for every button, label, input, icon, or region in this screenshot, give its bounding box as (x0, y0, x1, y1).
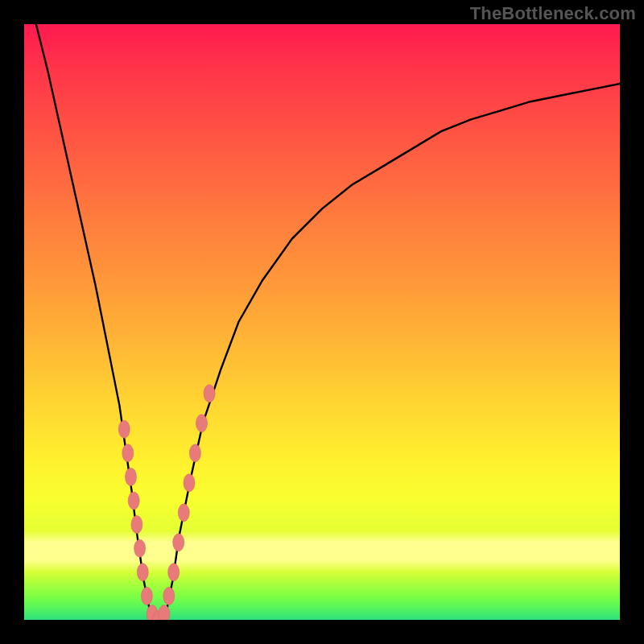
bead-marker (137, 564, 148, 581)
bead-marker (178, 504, 189, 522)
bead-marker (134, 539, 146, 557)
bead-marker (204, 385, 215, 402)
bead-marker (118, 420, 130, 438)
watermark-text: TheBottleneck.com (470, 3, 636, 24)
bottleneck-curve-line (36, 24, 620, 620)
outer-frame: TheBottleneck.com (0, 0, 644, 644)
bead-marker (141, 587, 152, 605)
bead-marker (128, 492, 139, 510)
bead-marker (126, 468, 137, 485)
bead-marker (122, 444, 134, 462)
bead-marker (173, 534, 184, 551)
bead-marker (159, 605, 170, 620)
bead-marker (189, 444, 200, 462)
bottleneck-chart (24, 24, 620, 620)
bead-marker (184, 474, 195, 492)
bead-marker (196, 415, 208, 432)
bead-marker-group (118, 385, 215, 620)
bead-marker (131, 516, 142, 534)
bead-marker (163, 587, 175, 605)
plot-area (24, 24, 620, 620)
bead-marker (168, 564, 180, 581)
